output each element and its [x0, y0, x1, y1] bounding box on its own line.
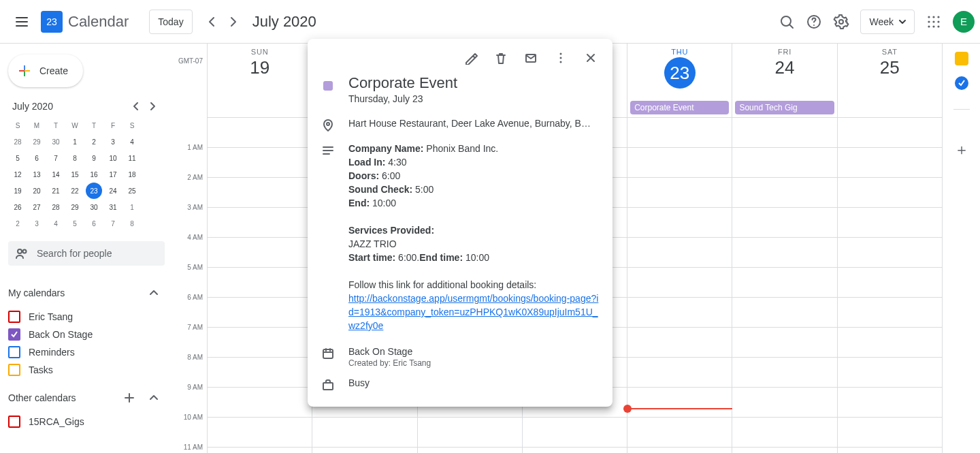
minical-day[interactable]: 18	[124, 166, 140, 183]
minical-day[interactable]: 5	[67, 215, 83, 232]
minical-day[interactable]: 16	[86, 166, 102, 183]
today-button[interactable]: Today	[149, 10, 192, 34]
allday-cell[interactable]	[207, 101, 312, 117]
minical-day[interactable]: 8	[124, 215, 140, 232]
account-avatar[interactable]: E	[953, 11, 975, 33]
delete-event-button[interactable]	[487, 44, 514, 72]
my-calendars-collapse[interactable]	[143, 282, 165, 304]
minical-day[interactable]: 5	[10, 150, 26, 166]
tasks-sidebar-button[interactable]	[955, 76, 968, 90]
other-calendars-collapse[interactable]	[143, 387, 165, 409]
search-button[interactable]	[773, 8, 800, 35]
keep-sidebar-button[interactable]	[955, 52, 968, 65]
settings-button[interactable]	[828, 8, 855, 35]
minical-day[interactable]: 4	[124, 134, 140, 150]
day-column[interactable]	[837, 117, 942, 453]
minical-day[interactable]: 31	[105, 199, 121, 215]
minical-prev-button[interactable]	[128, 98, 144, 114]
svg-point-19	[327, 123, 329, 125]
minical-day[interactable]: 9	[86, 150, 102, 166]
day-header[interactable]: THU23	[627, 44, 732, 101]
minical-day[interactable]: 6	[29, 150, 45, 166]
allday-cell[interactable]: Sound Tech Gig	[732, 101, 836, 117]
day-column[interactable]	[627, 117, 732, 453]
event-chip[interactable]: Corporate Event	[630, 101, 729, 114]
allday-cell[interactable]: Corporate Event	[627, 101, 732, 117]
minical-day[interactable]: 28	[48, 199, 64, 215]
minical-day[interactable]: 20	[29, 183, 45, 199]
minical-day[interactable]: 19	[10, 183, 26, 199]
day-column[interactable]	[732, 117, 836, 453]
calendar-toggle[interactable]: Tasks	[8, 364, 165, 376]
minical-day[interactable]: 27	[29, 199, 45, 215]
minical-day[interactable]: 13	[29, 166, 45, 183]
allday-cell[interactable]	[837, 101, 942, 117]
add-other-calendar-button[interactable]	[118, 387, 140, 409]
calendar-toggle[interactable]: Eric Tsang	[8, 311, 165, 323]
day-header[interactable]: SAT25	[837, 44, 942, 101]
minical-day[interactable]: 8	[67, 150, 83, 166]
minical-day[interactable]: 21	[48, 183, 64, 199]
minical-day[interactable]: 2	[10, 215, 26, 232]
minical-day[interactable]: 6	[86, 215, 102, 232]
get-addons-button[interactable]: ＋	[954, 140, 969, 160]
hour-labels: 1 AM2 AM3 AM4 AM5 AM6 AM7 AM8 AM9 AM10 A…	[174, 117, 207, 453]
minical-day[interactable]: 29	[29, 134, 45, 150]
minical-day[interactable]: 7	[48, 150, 64, 166]
view-switcher[interactable]: Week	[860, 10, 915, 34]
edit-event-button[interactable]	[457, 44, 485, 72]
booking-link[interactable]: http://backonstage.app/usermgmt/bookings…	[348, 293, 598, 331]
minical-day[interactable]: 2	[86, 134, 102, 150]
minical-day[interactable]: 3	[105, 134, 121, 150]
minical-day[interactable]: 30	[48, 134, 64, 150]
envelope-icon	[524, 51, 538, 65]
location-icon	[321, 119, 335, 132]
minical-day[interactable]: 3	[29, 215, 45, 232]
calendar-toggle[interactable]: Back On Stage	[8, 328, 165, 341]
support-button[interactable]	[800, 8, 828, 35]
minical-day[interactable]: 17	[105, 166, 121, 183]
minical-day[interactable]: 28	[10, 134, 26, 150]
minical-day[interactable]: 24	[105, 183, 121, 199]
prev-period-button[interactable]	[201, 11, 223, 33]
email-guests-button[interactable]	[517, 44, 544, 72]
calendar-icon	[321, 347, 335, 360]
description-icon	[321, 144, 335, 157]
minical-day[interactable]: 15	[67, 166, 83, 183]
main-menu-button[interactable]	[5, 5, 38, 38]
minical-day[interactable]: 7	[105, 215, 121, 232]
minical-day[interactable]: 26	[10, 199, 26, 215]
minical-day[interactable]: 1	[124, 199, 140, 215]
calendar-toggle[interactable]: Reminders	[8, 346, 165, 358]
minical-day[interactable]: 1	[67, 134, 83, 150]
minical-day[interactable]: 11	[124, 150, 140, 166]
minical-day[interactable]: 14	[48, 166, 64, 183]
minical-day[interactable]: 23	[86, 183, 102, 199]
event-options-button[interactable]	[547, 44, 574, 72]
view-switcher-label: Week	[869, 16, 894, 27]
close-popover-button[interactable]	[577, 44, 604, 72]
briefcase-icon	[321, 378, 335, 392]
next-period-button[interactable]	[223, 11, 244, 33]
search-people-input[interactable]: Search for people	[8, 241, 165, 266]
caret-down-icon	[899, 18, 906, 25]
day-header[interactable]: SUN19	[207, 44, 312, 101]
plus-icon	[16, 63, 33, 79]
day-header[interactable]: FRI24	[732, 44, 836, 101]
minical-day[interactable]: 12	[10, 166, 26, 183]
minical-day[interactable]: 22	[67, 183, 83, 199]
minical-day[interactable]: 10	[105, 150, 121, 166]
minical-day[interactable]: 29	[67, 199, 83, 215]
create-button[interactable]: Create	[8, 54, 83, 87]
other-calendars-title: Other calendars	[8, 392, 76, 403]
google-apps-button[interactable]	[920, 8, 947, 35]
minical-day[interactable]: 4	[48, 215, 64, 232]
minical-day[interactable]: 25	[124, 183, 140, 199]
event-location: Hart House Restaurant, Deer Lake Avenue,…	[348, 116, 593, 130]
day-column[interactable]	[207, 117, 312, 453]
people-icon	[15, 247, 29, 260]
minical-day[interactable]: 30	[86, 199, 102, 215]
calendar-toggle[interactable]: 15RCA_Gigs	[8, 416, 165, 428]
event-chip[interactable]: Sound Tech Gig	[735, 101, 834, 114]
minical-next-button[interactable]	[144, 98, 161, 114]
